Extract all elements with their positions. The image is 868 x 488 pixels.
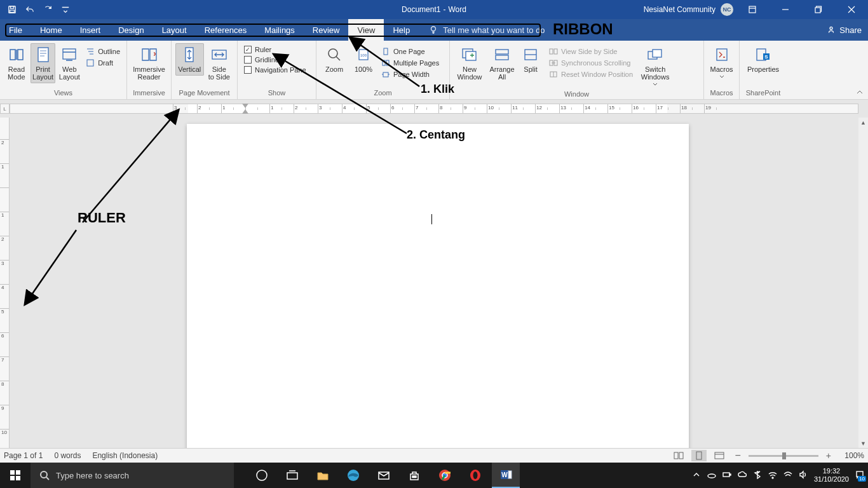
tab-help[interactable]: Help — [384, 19, 419, 41]
svg-rect-19 — [383, 72, 388, 77]
tray-battery-icon[interactable] — [722, 470, 731, 480]
tray-wifi-icon[interactable] — [783, 470, 792, 480]
gridlines-checkbox-label: Gridlines — [255, 56, 282, 64]
task-view-button[interactable] — [278, 463, 306, 488]
print-layout-view-button[interactable] — [691, 450, 707, 461]
mail-button[interactable] — [370, 463, 398, 488]
properties-button[interactable]: S Properties — [744, 43, 782, 76]
draft-button[interactable]: Draft — [86, 58, 120, 67]
read-mode-view-button[interactable] — [671, 450, 686, 461]
redo-button[interactable] — [41, 3, 55, 17]
action-center-button[interactable] — [855, 470, 864, 480]
zoom-level[interactable]: 100% — [839, 451, 864, 460]
tab-home[interactable]: Home — [31, 19, 71, 41]
tray-volume-icon[interactable] — [799, 470, 808, 480]
arrange-all-button[interactable]: Arrange All — [487, 43, 517, 83]
new-window-button[interactable]: New Window — [454, 43, 485, 83]
macros-button[interactable]: Macros — [708, 43, 735, 81]
tray-cloud-icon[interactable] — [738, 470, 747, 480]
tray-show-hidden-icon[interactable] — [692, 470, 701, 480]
immersive-reader-button[interactable]: Immersive Reader — [131, 43, 167, 83]
collapse-ribbon-button[interactable] — [855, 88, 864, 97]
edge-browser-button[interactable] — [339, 463, 367, 488]
tab-review[interactable]: Review — [304, 19, 349, 41]
vertical-label: Vertical — [178, 65, 201, 73]
read-mode-button[interactable]: Read Mode — [4, 43, 29, 83]
status-words[interactable]: 0 words — [54, 451, 81, 460]
switch-windows-button[interactable]: Switch Windows — [637, 43, 674, 89]
gridlines-checkbox[interactable]: Gridlines — [244, 56, 306, 64]
synchronous-scrolling-button[interactable]: Synchronous Scrolling — [549, 58, 633, 67]
user-name[interactable]: NesiaNet Community — [644, 5, 715, 14]
file-explorer-button[interactable] — [309, 463, 337, 488]
svg-rect-26 — [554, 49, 557, 54]
tray-network-icon[interactable] — [768, 470, 777, 480]
ribbon-display-options-button[interactable] — [738, 0, 766, 19]
tray-clock[interactable]: 19:32 31/10/2020 — [814, 467, 849, 483]
qat-customize-button[interactable] — [58, 3, 72, 17]
immersive-reader-icon — [140, 46, 159, 64]
page-width-button[interactable]: Page Width — [381, 70, 439, 79]
tab-design[interactable]: Design — [109, 19, 153, 41]
outline-button[interactable]: Outline — [86, 47, 120, 56]
zoom-slider[interactable] — [749, 455, 818, 457]
opera-button[interactable] — [461, 463, 489, 488]
document-page[interactable] — [187, 124, 689, 448]
save-button[interactable] — [5, 3, 19, 17]
svg-rect-46 — [10, 476, 15, 480]
zoom-in-button[interactable]: + — [824, 451, 834, 461]
tab-file[interactable]: File — [0, 19, 31, 41]
minimize-button[interactable] — [771, 0, 799, 19]
status-page[interactable]: Page 1 of 1 — [4, 451, 43, 460]
sync-scroll-icon — [549, 58, 558, 67]
tab-insert[interactable]: Insert — [71, 19, 110, 41]
svg-rect-22 — [496, 50, 508, 54]
zoom-button[interactable]: Zoom — [320, 43, 348, 76]
view-side-by-side-button[interactable]: View Side by Side — [549, 47, 633, 56]
scroll-up-button[interactable]: ▲ — [858, 118, 868, 127]
vertical-button[interactable]: Vertical — [175, 43, 204, 76]
print-layout-button[interactable]: Print Layout — [31, 43, 56, 83]
cortana-button[interactable] — [248, 463, 276, 488]
taskbar-search[interactable]: Type here to search — [31, 463, 234, 488]
reset-window-position-button[interactable]: Reset Window Position — [549, 70, 633, 79]
ruler-corner[interactable]: L — [0, 104, 10, 114]
web-layout-button[interactable]: Web Layout — [57, 43, 82, 83]
ruler-checkbox[interactable]: ✓ Ruler — [244, 46, 306, 53]
draft-icon — [86, 58, 95, 67]
user-avatar[interactable]: NC — [721, 3, 733, 16]
share-button[interactable]: Share — [827, 19, 862, 41]
close-button[interactable] — [837, 0, 865, 19]
chrome-button[interactable] — [431, 463, 459, 488]
zoom-100-button[interactable]: 100 100% — [349, 43, 377, 76]
status-language[interactable]: English (Indonesia) — [92, 451, 158, 460]
svg-rect-3 — [749, 6, 756, 13]
split-button[interactable]: Split — [519, 43, 543, 76]
start-button[interactable] — [0, 463, 31, 488]
scroll-down-button[interactable]: ▼ — [858, 438, 868, 448]
multiple-pages-button[interactable]: Multiple Pages — [381, 58, 439, 67]
vertical-ruler[interactable]: 2112345678910 — [0, 118, 10, 448]
tab-references[interactable]: References — [196, 19, 255, 41]
navigation-pane-checkbox[interactable]: Navigation Pane — [244, 66, 306, 74]
tab-mailings[interactable]: Mailings — [255, 19, 304, 41]
zoom-out-button[interactable]: − — [732, 450, 743, 461]
store-button[interactable] — [400, 463, 428, 488]
undo-button[interactable] — [23, 3, 37, 17]
maximize-button[interactable] — [804, 0, 832, 19]
tab-view[interactable]: View — [348, 19, 384, 41]
group-views: Read Mode Print Layout Web Layout Outlin… — [0, 41, 127, 99]
word-app-button[interactable]: W — [492, 463, 520, 488]
side-to-side-button[interactable]: Side to Side — [205, 43, 234, 83]
tray-bluetooth-icon[interactable] — [753, 470, 762, 480]
svg-point-6 — [431, 27, 436, 31]
group-zoom: Zoom 100 100% One Page Multiple Pages Pa… — [316, 41, 450, 99]
tell-me-search[interactable]: Tell me what you want to do — [419, 19, 545, 41]
one-page-button[interactable]: One Page — [381, 47, 439, 56]
tray-onedrive-icon[interactable] — [707, 470, 716, 480]
reset-position-icon — [549, 70, 558, 79]
tab-layout[interactable]: Layout — [153, 19, 196, 41]
horizontal-ruler[interactable] — [10, 104, 858, 114]
vertical-scrollbar[interactable]: ▲ ▼ — [858, 118, 868, 448]
web-layout-view-button[interactable] — [712, 450, 727, 461]
